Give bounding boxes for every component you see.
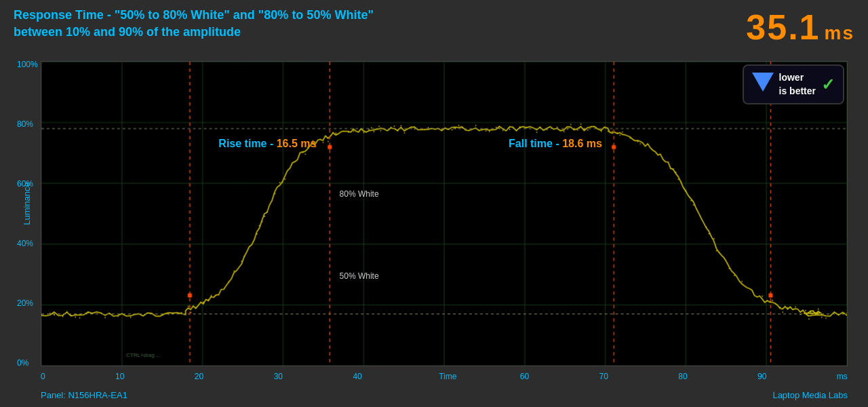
score-value: 35.1 <box>746 7 820 47</box>
arrow-icon <box>752 73 774 97</box>
score-unit: ms <box>825 22 854 44</box>
chart-title: Response Time - "50% to 80% White" and "… <box>14 7 374 41</box>
score-display: 35.1 ms <box>746 7 854 47</box>
fall-time-label: Fall time - 18.6 ms <box>509 138 602 150</box>
x-axis-labels: 0 10 20 30 40 Time 60 70 80 90 ms <box>41 372 848 381</box>
y-axis-labels: 100% 80% 60% 40% 20% 0% <box>17 60 38 368</box>
main-container: Response Time - "50% to 80% White" and "… <box>0 0 868 407</box>
chart-canvas <box>41 62 847 366</box>
footer-panel: Panel: N156HRA-EA1 <box>41 390 127 400</box>
fall-time-value: 18.6 ms <box>562 138 602 149</box>
80-white-label: 80% White <box>340 189 379 199</box>
rise-time-value: 16.5 ms <box>277 138 317 149</box>
footer-lab: Laptop Media Labs <box>772 390 848 400</box>
lower-is-better-badge: loweris better ✓ <box>743 64 844 104</box>
rise-time-label: Rise time - 16.5 ms <box>218 138 316 150</box>
50-white-label: 50% White <box>340 271 379 281</box>
checkmark-icon: ✓ <box>821 75 835 94</box>
badge-text: loweris better <box>779 71 816 98</box>
header: Response Time - "50% to 80% White" and "… <box>14 7 854 47</box>
chart-area: Rise time - 16.5 ms Fall time - 18.6 ms … <box>41 61 848 366</box>
